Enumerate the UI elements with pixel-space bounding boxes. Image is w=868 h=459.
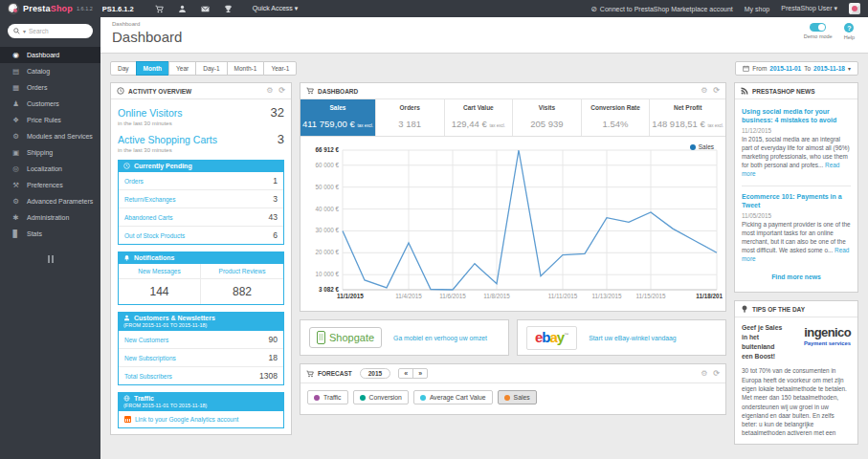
user-menu[interactable]: PrestaShop User ▾ <box>781 5 837 12</box>
svg-text:66 912 €: 66 912 € <box>315 146 339 153</box>
online-visitors-link[interactable]: Online Visitors <box>118 107 183 119</box>
range-month-1-button[interactable]: Month-1 <box>227 61 265 76</box>
news-item: Using social media for your business: 4 … <box>742 107 851 179</box>
search-input[interactable] <box>29 28 78 34</box>
cart-icon[interactable] <box>155 4 165 13</box>
panel-settings-gear-icon[interactable]: ⚙ <box>266 87 273 95</box>
forecast-legend: Traffic Conversion Average Cart Value Sa… <box>300 383 725 414</box>
traffic-header: Traffic (FROM 2015-11-01 TO 2015-11-18) <box>118 392 284 411</box>
shopgate-logo[interactable]: Shopgate <box>309 327 382 348</box>
topbar: PrestaShop 1.6.1.2 PS1.6.1.2 Quick Acces… <box>0 0 868 17</box>
quick-access-menu[interactable]: Quick Access ▾ <box>253 5 298 12</box>
table-row: Abandoned Carts43 <box>119 208 283 227</box>
my-shop-link[interactable]: My shop <box>745 6 769 12</box>
marketplace-link[interactable]: ⊘Connect to PrestaShop Marketplace accou… <box>590 5 733 13</box>
metric-orders[interactable]: Orders 3 181 <box>376 99 445 136</box>
admin-gear-icon: ✱ <box>11 213 20 222</box>
date-range-picker[interactable]: From 2015-11-01 To 2015-11-18 ▾ <box>735 61 858 76</box>
sidebar-collapse-icon[interactable] <box>48 255 54 263</box>
metric-conversion-rate[interactable]: Conversion Rate 1.54% <box>582 99 651 136</box>
orders-icon: ▦ <box>11 83 20 92</box>
puzzle-icon: ⚙ <box>11 132 20 141</box>
forecast-next-button[interactable]: » <box>412 369 427 378</box>
sales-line-chart: 66 912 €60 000 €50 000 €40 000 €30 000 €… <box>302 141 726 305</box>
find-more-news-link[interactable]: Find more news <box>742 273 851 280</box>
sidebar-item-stats[interactable]: ▊Stats <box>0 226 100 242</box>
demo-mode-label: Demo mode <box>804 33 833 39</box>
panel-refresh-icon[interactable]: ⟳ <box>713 87 720 95</box>
sidebar-item-catalog[interactable]: ▤Catalog <box>0 63 100 79</box>
svg-text:11/11/2015: 11/11/2015 <box>548 293 578 299</box>
help-icon[interactable]: ? <box>844 23 854 33</box>
forecast-prev-button[interactable]: « <box>399 369 412 378</box>
sidebar-item-localization[interactable]: ◎Localization <box>0 161 100 177</box>
tag-icon: ❖ <box>11 116 20 124</box>
sidebar-item-dashboard[interactable]: ◉Dashboard <box>0 47 100 63</box>
panel-refresh-icon[interactable]: ⟳ <box>713 370 720 378</box>
sales-chart: Sales 66 912 €60 000 €50 000 €40 000 €30… <box>300 137 725 311</box>
sidebar-item-advanced-parameters[interactable]: ⚙Advanced Parameters <box>0 193 100 209</box>
product-reviews-value: 882 <box>201 279 283 304</box>
page-title: Dashboard <box>112 29 857 45</box>
online-visitors-value: 32 <box>271 105 284 120</box>
panel-refresh-icon[interactable]: ⟳ <box>278 87 285 95</box>
demo-mode-toggle[interactable] <box>810 23 826 32</box>
active-carts-link[interactable]: Active Shopping Carts <box>118 134 217 145</box>
out-of-stock-link[interactable]: Out of Stock Products <box>124 232 185 239</box>
new-subscriptions-link[interactable]: New Subscriptions <box>124 355 176 361</box>
chart-legend[interactable]: Sales <box>690 143 714 150</box>
new-customers-link[interactable]: New Customers <box>124 337 168 343</box>
range-year-button[interactable]: Year <box>168 61 196 76</box>
sidebar-item-administration[interactable]: ✱Administration <box>0 209 100 226</box>
forecast-legend-average-cart-value[interactable]: Average Cart Value <box>413 390 493 404</box>
sidebar-item-modules[interactable]: ⚙Modules and Services <box>0 128 100 144</box>
news-item-title[interactable]: Using social media for your business: 4 … <box>742 107 851 124</box>
product-reviews-link[interactable]: Product Reviews <box>201 264 283 279</box>
pending-orders-link[interactable]: Orders <box>124 178 144 185</box>
google-analytics-link[interactable]: Link to your Google Analytics account <box>135 416 238 423</box>
trophy-icon[interactable] <box>224 4 234 13</box>
sidebar-search[interactable]: ▾ <box>8 24 93 38</box>
panel-settings-gear-icon[interactable]: ⚙ <box>701 370 707 378</box>
search-scope-caret-icon[interactable]: ▾ <box>23 28 26 34</box>
range-day-button[interactable]: Day <box>110 61 137 76</box>
metric-cart-value[interactable]: Cart Value 129,44 € tax excl. <box>445 99 514 136</box>
breadcrumb: Dashboard <box>112 21 857 27</box>
news-item-title[interactable]: Ecommerce 101: Payments in a Tweet <box>742 192 851 209</box>
pending-returns-link[interactable]: Return/Exchanges <box>124 196 175 203</box>
abandoned-carts-link[interactable]: Abandoned Carts <box>124 214 173 221</box>
messages-icon[interactable] <box>201 4 211 13</box>
sidebar-menu: ◉Dashboard ▤Catalog ▦Orders ♟Customers ❖… <box>0 47 100 242</box>
ingenico-logo[interactable]: ingenico Payment services <box>788 323 851 347</box>
total-subscribers-link[interactable]: Total Subscribers <box>124 373 172 380</box>
range-month-button[interactable]: Month <box>136 61 170 76</box>
range-year-1-button[interactable]: Year-1 <box>263 61 297 76</box>
forecast-legend-traffic[interactable]: Traffic <box>307 390 348 404</box>
forecast-legend-conversion[interactable]: Conversion <box>353 390 409 404</box>
sidebar-item-shipping[interactable]: ▣Shipping <box>0 144 100 161</box>
table-row: Return/Exchanges3 <box>119 190 283 208</box>
customer-icon[interactable] <box>178 4 188 13</box>
forecast-legend-sales[interactable]: Sales <box>498 390 537 404</box>
shopgate-link[interactable]: Ga mobiel en verhoog uw omzet <box>393 335 487 341</box>
sidebar-item-orders[interactable]: ▦Orders <box>0 79 100 96</box>
sidebar-item-price-rules[interactable]: ❖Price Rules <box>0 112 100 128</box>
sidebar-item-preferences[interactable]: ⚒Preferences <box>0 177 100 193</box>
new-messages-link[interactable]: New Messages <box>119 264 201 279</box>
metric-sales[interactable]: Sales 411 759,00 € tax excl. <box>300 99 376 136</box>
brand-name: PrestaShop <box>23 4 73 13</box>
svg-text:11/18/201: 11/18/201 <box>696 293 723 299</box>
table-row: Orders1 <box>119 172 283 190</box>
ebay-logo[interactable]: ebay™ <box>526 326 577 350</box>
user-avatar[interactable] <box>849 3 860 14</box>
range-day-1-button[interactable]: Day-1 <box>195 61 227 76</box>
metric-visits[interactable]: Visits 205 939 <box>513 99 582 136</box>
notifications-header: Notifications <box>118 251 284 264</box>
sidebar-item-customers[interactable]: ♟Customers <box>0 96 100 112</box>
book-icon: ▤ <box>11 67 20 76</box>
gauge-icon: ◉ <box>11 51 20 59</box>
metric-net-profit[interactable]: Net Profit 148 918,51 € tax excl. <box>650 99 725 136</box>
ebay-link[interactable]: Start uw eBay-winkel vandaag <box>589 335 676 341</box>
prestashop-logo[interactable]: PrestaShop 1.6.1.2 <box>8 3 93 14</box>
panel-settings-gear-icon[interactable]: ⚙ <box>701 87 707 95</box>
